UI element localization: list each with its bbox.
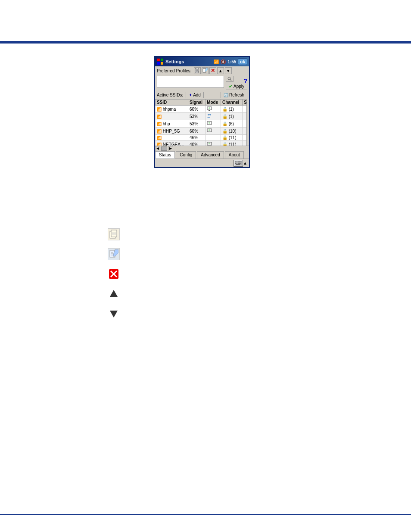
lock-icon: 🔒 — [222, 142, 227, 146]
mode-icon — [207, 107, 212, 112]
tab-config[interactable]: Config — [176, 151, 196, 159]
lock-icon: 🔒 — [222, 107, 227, 112]
wifi-icon: 📶 — [157, 143, 162, 146]
scroll-left-button[interactable]: ◀ — [155, 146, 160, 151]
svg-rect-13 — [209, 110, 210, 111]
ssid-table: SSID Signal Mode Channel S 📶 hhpma — [155, 99, 249, 146]
settings-dialog: Settings 📶 🔇 1:55 ok ? Preferred Profile… — [154, 56, 250, 168]
title-bar-icons: 📶 🔇 1:55 ok — [214, 59, 247, 65]
table-row[interactable]: 📶 NETGEA... 40% — [156, 141, 249, 146]
col-header-mode: Mode — [206, 100, 221, 106]
bottom-bar — [0, 514, 411, 515]
active-ssids-row: Active SSIDs: ✦ Add 🔄 Refresh — [155, 91, 249, 99]
cell-signal: 60% — [188, 128, 206, 135]
tab-about[interactable]: About — [225, 151, 244, 159]
delete-icon[interactable] — [108, 268, 120, 280]
svg-rect-2 — [157, 62, 160, 65]
wifi-icon: 📶 — [157, 129, 162, 134]
cell-ssid: 📶 hhp — [156, 120, 188, 128]
mode-icon — [207, 143, 212, 146]
profile-input-field[interactable] — [157, 76, 224, 88]
svg-rect-24 — [235, 162, 236, 162]
move-up-button[interactable]: ▲ — [217, 67, 224, 74]
wifi-icon: 📶 — [157, 122, 162, 126]
svg-point-22 — [209, 143, 210, 144]
svg-line-11 — [230, 79, 231, 81]
checkmark-icon: ✔ — [229, 84, 232, 89]
table-row[interactable]: 📶 hhpma 60% — [156, 106, 249, 113]
taskbar-bottom: ▲ — [155, 159, 249, 167]
copy-icon[interactable] — [108, 228, 120, 240]
help-icon[interactable]: ? — [243, 78, 247, 84]
svg-rect-3 — [161, 62, 163, 65]
new-profile-button[interactable] — [194, 67, 201, 74]
table-row[interactable]: 📶 hhp 53% — [156, 120, 249, 128]
sidebar-icons-panel — [108, 228, 120, 320]
table-row[interactable]: 📶 HHP_5G 60% — [156, 128, 249, 135]
active-ssids-label: Active SSIDs: — [157, 93, 183, 97]
keyboard-button[interactable] — [234, 160, 243, 167]
mode-icon — [207, 129, 212, 134]
tabs-row: Status Config Advanced About — [155, 151, 249, 159]
wifi-icon: 📶 — [157, 107, 162, 112]
refresh-icon: 🔄 — [224, 93, 228, 97]
svg-marker-48 — [110, 290, 118, 297]
preferred-profiles-label: Preferred Profiles: — [157, 68, 192, 73]
cell-ssid: 📶 HHP_5G — [156, 128, 188, 135]
refresh-button[interactable]: 🔄 Refresh — [221, 92, 247, 98]
delete-profile-button[interactable]: ✕ — [209, 67, 216, 74]
svg-rect-0 — [157, 59, 160, 61]
svg-rect-30 — [237, 163, 237, 164]
svg-rect-29 — [235, 163, 236, 164]
move-up-icon[interactable] — [108, 288, 120, 300]
cell-mode — [206, 106, 221, 113]
add-button[interactable]: ✦ Add — [186, 92, 204, 98]
wifi-icon: 📶 — [157, 115, 162, 119]
profile-key-button[interactable] — [226, 76, 234, 82]
cell-ssid: 📶 — [156, 113, 188, 120]
horizontal-scrollbar[interactable]: ◀ ▶ — [155, 146, 249, 151]
cell-signal: 53% — [188, 120, 206, 128]
svg-rect-28 — [240, 162, 241, 162]
cell-channel: 🔒 (6) — [221, 120, 242, 128]
cell-mode — [206, 135, 221, 141]
lock-icon: 🔒 — [222, 135, 227, 140]
cell-mode — [206, 141, 221, 146]
scroll-up-icon[interactable]: ▲ — [243, 161, 247, 165]
lock-icon: 🔒 — [222, 121, 227, 126]
ok-button[interactable]: ok — [238, 59, 247, 65]
cell-channel: 🔒 (11) — [221, 141, 242, 146]
lock-icon: 🔒 — [222, 129, 227, 134]
wifi-icon: 📶 — [157, 136, 162, 140]
edit-profile-button[interactable] — [202, 67, 209, 74]
move-down-icon[interactable] — [108, 308, 120, 320]
tab-status[interactable]: Status — [155, 151, 175, 159]
table-row[interactable]: 📶 46% 🔒 (11) — [156, 135, 249, 141]
cell-signal: 60% — [188, 106, 206, 113]
cell-signal: 53% — [188, 113, 206, 120]
cell-mode — [206, 128, 221, 135]
cell-mode — [206, 120, 221, 128]
cell-channel: 🔒 (1) — [221, 113, 242, 120]
add-icon: ✦ — [189, 93, 192, 97]
move-down-button[interactable]: ▼ — [225, 67, 232, 74]
col-header-channel: Channel — [221, 100, 242, 106]
col-header-signal: Signal — [188, 100, 206, 106]
svg-marker-49 — [110, 311, 118, 317]
svg-rect-1 — [161, 59, 163, 61]
table-row[interactable]: 📶 53% — [156, 113, 249, 120]
svg-rect-31 — [238, 163, 239, 164]
mode-icon — [207, 122, 212, 127]
lock-icon: 🔒 — [222, 114, 227, 119]
svg-point-18 — [209, 122, 210, 124]
mode-icon — [207, 115, 212, 119]
cell-signal: 40% — [188, 141, 206, 146]
svg-rect-25 — [237, 162, 237, 162]
scroll-thumb[interactable] — [161, 146, 167, 151]
top-bar — [0, 41, 411, 44]
edit-icon[interactable] — [108, 248, 120, 260]
vertical-scrollbar[interactable] — [246, 99, 249, 146]
scroll-right-button[interactable]: ▶ — [168, 146, 173, 151]
tab-advanced[interactable]: Advanced — [197, 151, 224, 159]
svg-rect-32 — [239, 163, 240, 164]
